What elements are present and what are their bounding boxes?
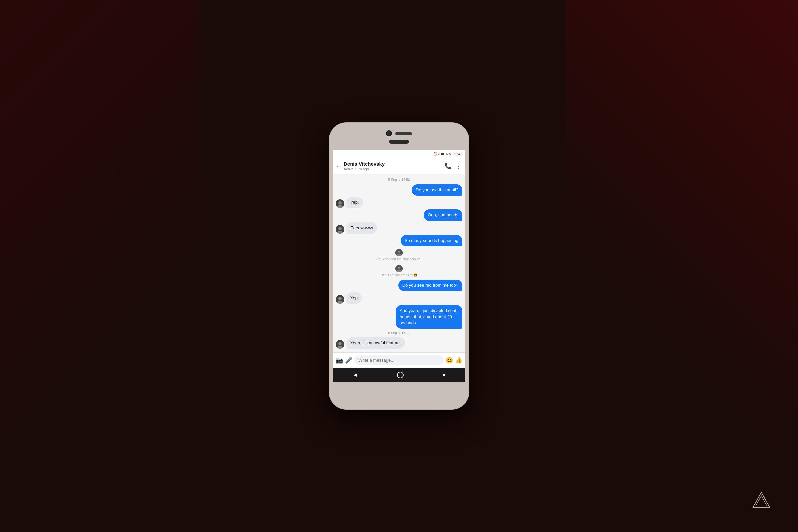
messages-area: 5 Sep at 14:56 Do you use this at all? [333, 174, 465, 353]
watermark [752, 491, 772, 512]
message-row: And yeah, I just disabled chat heads, th… [336, 305, 462, 328]
system-text: You changed the chat colours. [377, 258, 421, 261]
avatar-small [395, 249, 403, 256]
svg-marker-18 [753, 492, 770, 507]
avatar [336, 295, 344, 304]
active-status: Active 11m ago [344, 167, 444, 171]
message-row: Yeah, it's an awful feature. [336, 338, 462, 349]
message-input[interactable] [355, 356, 443, 365]
bubble-incoming: Eeeewwww [346, 223, 377, 234]
message-row: Ooh, chatheads [336, 209, 462, 221]
bubble-outgoing: And yeah, I just disabled chat heads, th… [396, 305, 462, 328]
message-row: Yep [336, 292, 462, 304]
system-message: Denis set the emoji to 😎 [336, 265, 462, 277]
system-text: Denis set the emoji to 😎 [381, 273, 418, 277]
phone-screen: ⏰ ▾ ▮▮▮ 92% 12:43 ← Denis Vitchevsky Act… [333, 150, 465, 382]
back-nav-icon[interactable]: ◄ [353, 372, 358, 378]
svg-point-8 [397, 254, 401, 256]
avatar [336, 200, 344, 208]
nav-bar: ◄ ■ [333, 368, 465, 382]
call-button[interactable]: 📞 [444, 162, 452, 170]
camera-icon[interactable]: 📷 [336, 357, 343, 364]
input-area: 📷 🎤 😊 👍 [333, 353, 465, 368]
message-row: Do you use this at all? [336, 184, 462, 195]
phone-earpiece [389, 140, 409, 144]
avatar [336, 340, 344, 349]
mic-icon[interactable]: 🎤 [345, 357, 353, 364]
status-bar: ⏰ ▾ ▮▮▮ 92% 12:43 [333, 150, 465, 158]
bubble-outgoing: Ooh, chatheads [424, 209, 462, 221]
bg-left [0, 0, 200, 532]
status-icons: ⏰ ▾ ▮▮▮ 92% 12:43 [433, 152, 462, 156]
message-row: Do you see red from me too? [336, 280, 462, 291]
alarm-icon: ⏰ [433, 152, 437, 156]
phone-speaker [395, 132, 412, 135]
back-button[interactable]: ← [336, 163, 342, 170]
phone-wrapper: ⏰ ▾ ▮▮▮ 92% 12:43 ← Denis Vitchevsky Act… [329, 123, 469, 409]
contact-name: Denis Vitchevsky [344, 161, 444, 167]
svg-point-4 [339, 227, 342, 230]
svg-point-10 [398, 267, 400, 269]
more-button[interactable]: ⋮ [456, 162, 461, 170]
svg-point-11 [397, 270, 401, 272]
svg-point-16 [339, 342, 342, 345]
header-icons: 📞 ⋮ [444, 162, 461, 170]
scene: ⏰ ▾ ▮▮▮ 92% 12:43 ← Denis Vitchevsky Act… [0, 0, 798, 532]
recents-nav-icon[interactable]: ■ [442, 373, 445, 378]
phone: ⏰ ▾ ▮▮▮ 92% 12:43 ← Denis Vitchevsky Act… [329, 123, 469, 409]
message-row: Yep. [336, 197, 462, 208]
avatar [336, 225, 344, 234]
svg-point-7 [398, 251, 400, 253]
like-button[interactable]: 👍 [455, 357, 462, 364]
bubble-incoming: Yeah, it's an awful feature. [346, 338, 405, 349]
system-message: You changed the chat colours. [336, 249, 462, 261]
home-nav-button[interactable] [397, 372, 404, 378]
time-text: 12:43 [453, 152, 462, 156]
svg-point-1 [339, 202, 342, 205]
message-row: Eeeewwww [336, 223, 462, 234]
bubble-outgoing: Do you use this at all? [412, 184, 462, 195]
battery-text: 92% [444, 152, 451, 156]
bubble-incoming: Yep [346, 292, 362, 304]
svg-marker-19 [756, 496, 767, 506]
bg-right [565, 0, 798, 532]
wifi-icon: ▾ [438, 152, 440, 156]
emoji-icon[interactable]: 😊 [445, 357, 453, 364]
svg-point-13 [339, 297, 342, 300]
avatar-small [395, 265, 403, 272]
header-info: Denis Vitchevsky Active 11m ago [344, 161, 444, 171]
message-row: So many sounds happening [336, 235, 462, 246]
bubble-outgoing: So many sounds happening [401, 235, 462, 246]
bubble-incoming: Yep. [346, 197, 363, 208]
date-label-1: 5 Sep at 14:56 [336, 178, 462, 182]
bubble-outgoing: Do you see red from me too? [398, 280, 462, 291]
phone-camera [386, 130, 392, 136]
date-label-2: 5 Sep at 15:11 [336, 331, 462, 335]
chat-header: ← Denis Vitchevsky Active 11m ago 📞 ⋮ [333, 158, 465, 174]
signal-icon: ▮▮▮ [440, 153, 443, 156]
